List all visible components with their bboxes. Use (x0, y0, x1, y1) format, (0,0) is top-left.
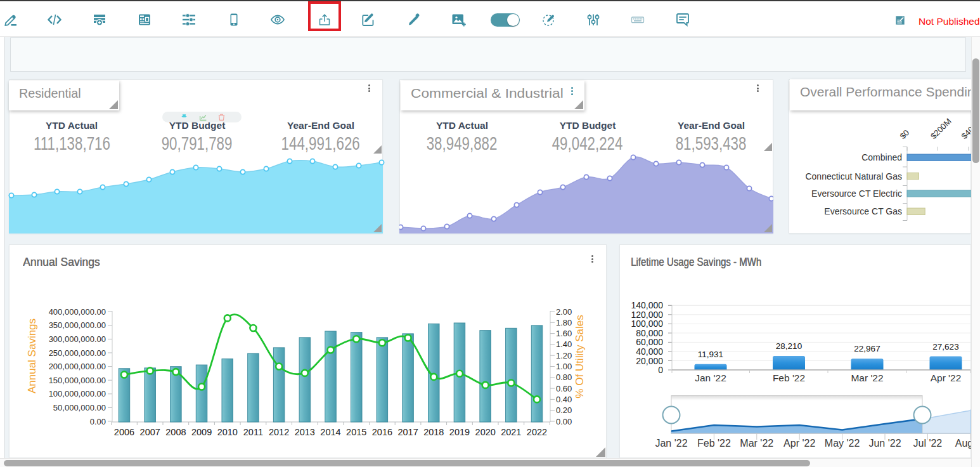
svg-text:27,623: 27,623 (932, 342, 958, 352)
svg-text:28,210: 28,210 (776, 341, 802, 351)
svg-text:Aug: Aug (955, 438, 971, 449)
svg-text:Jun '22: Jun '22 (868, 438, 901, 449)
svg-text:Apr '22: Apr '22 (783, 438, 815, 449)
svg-text:Feb '22: Feb '22 (773, 372, 805, 383)
svg-text:22,967: 22,967 (854, 344, 880, 353)
svg-text:Mar '22: Mar '22 (851, 372, 883, 383)
svg-text:Apr '22: Apr '22 (931, 372, 962, 383)
svg-text:May '22: May '22 (825, 438, 860, 449)
svg-text:Jul '22: Jul '22 (913, 438, 943, 449)
